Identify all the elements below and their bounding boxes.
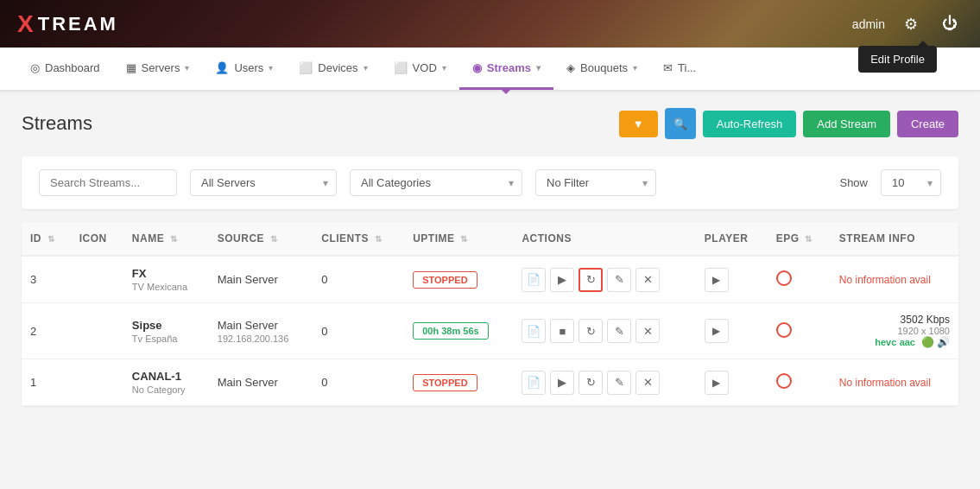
nav-item-tickets[interactable]: ✉ Ti... (650, 48, 709, 90)
row-epg (768, 256, 831, 303)
main-content: Streams ▼ 🔍 Auto-Refresh Add Stream Crea… (0, 91, 980, 423)
row-id: 1 (22, 359, 71, 406)
table-header-row: ID ⇅ ICON NAME ⇅ SOURCE ⇅ CLIENTS ⇅ UPTI… (22, 222, 958, 256)
nav-item-users[interactable]: 👤 Users ▾ (202, 48, 286, 90)
show-count-wrap: 10 25 50 100 (881, 169, 941, 196)
nav-label-tickets: Ti... (678, 61, 696, 74)
row-epg (768, 359, 831, 406)
admin-username: admin (852, 17, 885, 31)
action-copy-btn[interactable]: 📄 (522, 319, 546, 343)
col-uptime: UPTIME ⇅ (404, 222, 513, 256)
col-clients: CLIENTS ⇅ (313, 222, 404, 256)
filters-row: All Servers Main Server All Categories N… (22, 156, 958, 209)
vod-icon: ⬜ (394, 61, 408, 74)
header-right: admin ⚙ ⏻ Edit Profile (852, 11, 963, 37)
table-row: 2 Sipse Tv España Main Server 192.168.20… (22, 303, 958, 359)
bouquets-arrow: ▾ (633, 63, 637, 73)
player-play-btn[interactable]: ▶ (705, 371, 729, 395)
streams-icon: ◉ (472, 61, 482, 74)
row-clients: 0 (313, 303, 404, 359)
settings-icon[interactable]: ⚙ (898, 11, 924, 37)
action-delete-btn[interactable]: ✕ (635, 319, 660, 343)
row-name: CANAL-1 No Category (123, 359, 209, 406)
row-source: Main Server 192.168.200.136 (209, 303, 313, 359)
action-stop-btn[interactable]: ■ (550, 319, 574, 343)
nav-item-devices[interactable]: ⬜ Devices ▾ (286, 48, 380, 90)
action-delete-btn[interactable]: ✕ (635, 371, 660, 395)
add-stream-button[interactable]: Add Stream (803, 111, 890, 137)
power-icon[interactable]: ⏻ (937, 11, 963, 37)
action-restart-btn[interactable]: ↻ (579, 319, 603, 343)
devices-icon: ⬜ (299, 61, 313, 74)
search-icon: 🔍 (673, 117, 687, 130)
nav-item-servers[interactable]: ▦ Servers ▾ (113, 48, 203, 90)
row-player: ▶ (696, 256, 768, 303)
row-icon (71, 256, 123, 303)
action-restart-btn[interactable]: ↻ (579, 268, 603, 292)
categories-select[interactable]: All Categories (350, 169, 522, 196)
row-uptime: 00h 38m 56s (404, 303, 513, 359)
row-stream-info: No information avail (831, 359, 958, 406)
row-id: 2 (22, 303, 71, 359)
row-source: Main Server (209, 256, 313, 303)
nav-item-streams[interactable]: ◉ Streams ▾ (459, 48, 553, 90)
nav-item-bouquets[interactable]: ◈ Bouquets ▾ (553, 48, 650, 90)
show-count-select[interactable]: 10 25 50 100 (881, 169, 941, 196)
row-uptime: STOPPED (404, 256, 513, 303)
nav-label-servers: Servers (142, 61, 180, 74)
nav-label-dashboard: Dashboard (45, 61, 100, 74)
servers-arrow: ▾ (185, 63, 189, 73)
player-play-btn[interactable]: ▶ (705, 319, 729, 343)
search-input[interactable] (39, 169, 177, 196)
row-actions: 📄 ▶ ↻ ✎ ✕ (513, 256, 695, 303)
action-play-btn[interactable]: ▶ (550, 371, 574, 395)
servers-icon: ▦ (126, 61, 136, 74)
action-delete-btn[interactable]: ✕ (635, 268, 660, 292)
vod-arrow: ▾ (442, 63, 446, 73)
row-actions: 📄 ■ ↻ ✎ ✕ (513, 303, 695, 359)
table-row: 3 FX TV Mexicana Main Server 0 STOPPED 📄… (22, 256, 958, 303)
streams-table-wrap: ID ⇅ ICON NAME ⇅ SOURCE ⇅ CLIENTS ⇅ UPTI… (22, 222, 958, 406)
page-header: Streams ▼ 🔍 Auto-Refresh Add Stream Crea… (22, 108, 958, 139)
nav-label-devices: Devices (318, 61, 357, 74)
col-id: ID ⇅ (22, 222, 71, 256)
action-copy-btn[interactable]: 📄 (522, 268, 546, 292)
nav-label-users: Users (234, 61, 263, 74)
action-copy-btn[interactable]: 📄 (522, 371, 546, 395)
action-restart-btn[interactable]: ↻ (579, 371, 603, 395)
row-clients: 0 (313, 359, 404, 406)
row-player: ▶ (696, 303, 768, 359)
row-stream-info: 3502 Kbps 1920 x 1080 hevc aac 🟢 🔊 (831, 303, 958, 359)
tickets-icon: ✉ (663, 61, 673, 74)
bouquets-icon: ◈ (566, 61, 575, 74)
show-label: Show (839, 176, 868, 189)
player-play-btn[interactable]: ▶ (705, 268, 729, 292)
row-player: ▶ (696, 359, 768, 406)
col-icon: ICON (71, 222, 123, 256)
nav-item-dashboard[interactable]: ◎ Dashboard (17, 48, 113, 90)
action-edit-btn[interactable]: ✎ (607, 371, 631, 395)
action-edit-btn[interactable]: ✎ (607, 268, 631, 292)
filter-button[interactable]: ▼ (619, 111, 658, 137)
action-edit-btn[interactable]: ✎ (607, 319, 631, 343)
streams-table: ID ⇅ ICON NAME ⇅ SOURCE ⇅ CLIENTS ⇅ UPTI… (22, 222, 958, 406)
dashboard-icon: ◎ (30, 61, 40, 74)
col-name: NAME ⇅ (123, 222, 209, 256)
filter-select-wrap: No Filter (535, 169, 656, 196)
servers-select[interactable]: All Servers Main Server (190, 169, 337, 196)
filter-icon: ▼ (633, 117, 644, 130)
row-icon (71, 359, 123, 406)
create-button[interactable]: Create (897, 111, 958, 137)
logo-text: TREAM (38, 13, 118, 35)
auto-refresh-button[interactable]: Auto-Refresh (703, 111, 797, 137)
action-play-btn[interactable]: ▶ (550, 268, 574, 292)
logo-x: X (17, 10, 36, 38)
row-clients: 0 (313, 256, 404, 303)
nav-item-vod[interactable]: ⬜ VOD ▾ (381, 48, 459, 90)
col-source: SOURCE ⇅ (209, 222, 313, 256)
logo: X TREAM (17, 10, 118, 38)
search-button[interactable]: 🔍 (665, 108, 696, 139)
row-uptime: STOPPED (404, 359, 513, 406)
filter-select[interactable]: No Filter (535, 169, 656, 196)
header-actions: ▼ 🔍 Auto-Refresh Add Stream Create (619, 108, 958, 139)
